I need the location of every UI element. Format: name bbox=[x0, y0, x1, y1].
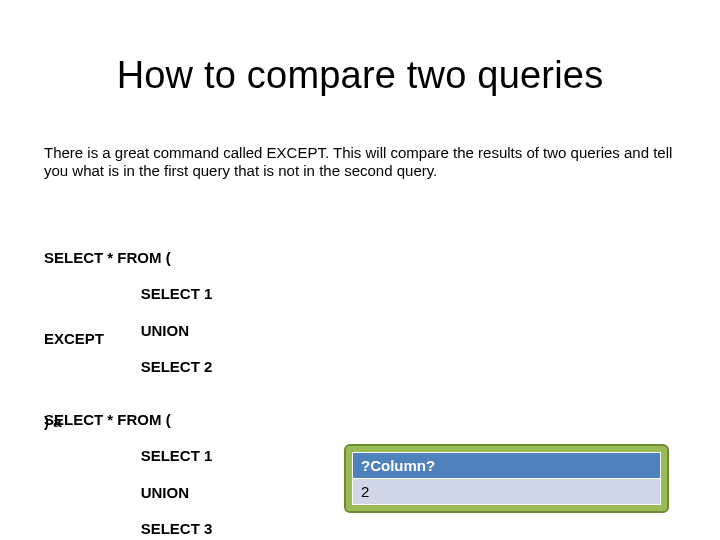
code-line: UNION bbox=[61, 484, 189, 502]
code-except: EXCEPT bbox=[44, 330, 104, 348]
table-row: 2 bbox=[353, 479, 661, 505]
code-block-b: SELECT * FROM ( SELECT 1 UNION SELECT 3 … bbox=[44, 374, 212, 540]
page-title: How to compare two queries bbox=[0, 54, 720, 97]
result-table: ?Column? 2 bbox=[352, 452, 661, 505]
intro-paragraph: There is a great command called EXCEPT. … bbox=[44, 144, 674, 179]
result-box: ?Column? 2 bbox=[344, 444, 669, 513]
code-line: SELECT * FROM ( bbox=[44, 249, 212, 267]
code-line: SELECT * FROM ( bbox=[44, 411, 212, 429]
table-cell: 2 bbox=[353, 479, 661, 505]
table-header-row: ?Column? bbox=[353, 453, 661, 479]
slide: How to compare two queries There is a gr… bbox=[0, 0, 720, 540]
code-line: SELECT 3 bbox=[61, 520, 213, 538]
table-header-cell: ?Column? bbox=[353, 453, 661, 479]
code-line: SELECT 1 bbox=[61, 447, 213, 465]
code-line: SELECT 1 bbox=[61, 285, 213, 303]
